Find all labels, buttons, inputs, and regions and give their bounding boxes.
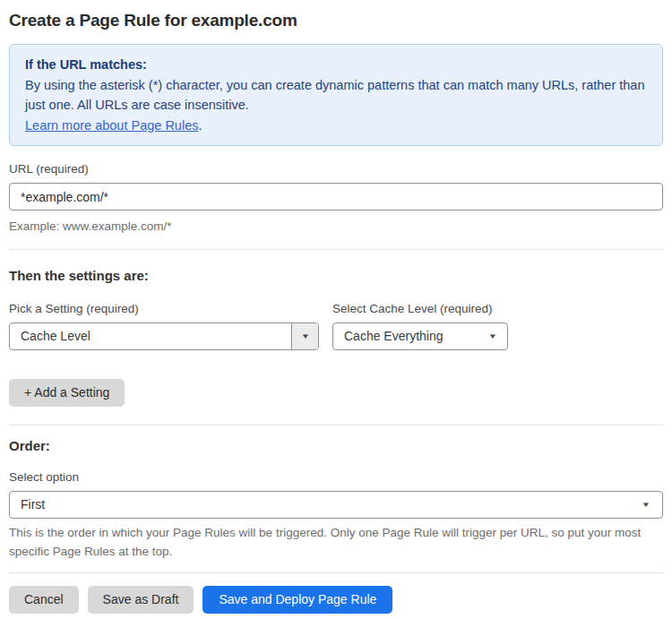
- url-match-info-box: If the URL matches: By using the asteris…: [9, 44, 663, 146]
- divider: [9, 572, 663, 573]
- info-box-heading: If the URL matches:: [25, 55, 647, 75]
- save-draft-button[interactable]: Save as Draft: [88, 586, 194, 614]
- pick-setting-select[interactable]: Cache Level ▼: [9, 322, 319, 350]
- settings-row: Pick a Setting (required) Cache Level ▼ …: [9, 302, 663, 350]
- pick-setting-label: Pick a Setting (required): [9, 302, 319, 315]
- order-select[interactable]: First ▼: [9, 491, 663, 519]
- pick-setting-value: Cache Level: [10, 329, 291, 343]
- order-select-value: First: [10, 497, 642, 512]
- cache-level-select[interactable]: Cache Everything ▼: [332, 322, 508, 350]
- dropdown-arrow-button[interactable]: ▼: [291, 323, 318, 349]
- learn-more-link[interactable]: Learn more about Page Rules: [25, 118, 198, 133]
- divider: [9, 249, 663, 250]
- page-title: Create a Page Rule for example.com: [9, 11, 663, 30]
- info-link-line: Learn more about Page Rules.: [25, 116, 647, 136]
- cache-level-value: Cache Everything: [333, 329, 489, 343]
- chevron-down-icon: ▼: [642, 501, 651, 509]
- save-deploy-button[interactable]: Save and Deploy Page Rule: [202, 586, 392, 614]
- divider: [9, 425, 663, 426]
- url-label: URL (required): [9, 162, 663, 176]
- order-field-group: Select option First ▼ This is the order …: [9, 470, 663, 562]
- link-period: .: [198, 118, 202, 133]
- cache-level-group: Select Cache Level (required) Cache Ever…: [332, 302, 508, 350]
- cache-level-label: Select Cache Level (required): [332, 302, 508, 315]
- order-heading: Order:: [9, 438, 663, 453]
- url-input[interactable]: [9, 183, 663, 211]
- chevron-down-icon: ▼: [300, 332, 310, 340]
- add-setting-button[interactable]: + Add a Setting: [9, 379, 125, 407]
- info-box-body: By using the asterisk (*) character, you…: [25, 75, 647, 116]
- order-help-text: This is the order in which your Page Rul…: [9, 523, 663, 562]
- create-page-rule-form: Create a Page Rule for example.com If th…: [0, 0, 672, 619]
- form-actions: Cancel Save as Draft Save and Deploy Pag…: [9, 586, 663, 614]
- url-example-help: Example: www.example.com/*: [9, 217, 663, 236]
- pick-setting-group: Pick a Setting (required) Cache Level ▼: [9, 302, 319, 350]
- settings-heading: Then the settings are:: [9, 268, 663, 283]
- url-field-group: URL (required) Example: www.example.com/…: [9, 162, 663, 236]
- select-option-label: Select option: [9, 470, 663, 484]
- chevron-down-icon: ▼: [488, 332, 498, 340]
- cancel-button[interactable]: Cancel: [9, 586, 79, 614]
